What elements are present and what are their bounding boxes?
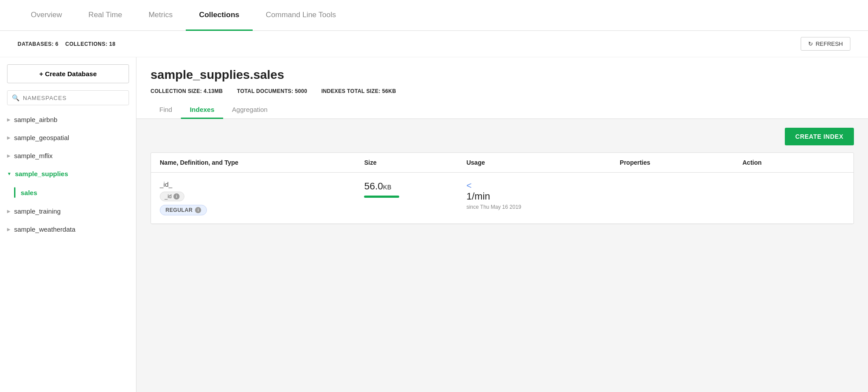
- collection-title: sample_supplies.sales: [151, 68, 854, 82]
- chevron-right-icon: ▶: [7, 227, 11, 232]
- index-definition-badge: _id i: [160, 192, 184, 201]
- col-header-size: Size: [364, 159, 466, 166]
- index-size-col: 56.0KB: [364, 181, 466, 198]
- sidebar-item-sales[interactable]: sales: [14, 183, 136, 202]
- database-list: ▶ sample_airbnb ▶ sample_geospatial ▶ sa…: [0, 111, 136, 392]
- active-indicator: [14, 187, 15, 198]
- db-label: sample_airbnb: [14, 116, 57, 123]
- search-icon: 🔍: [12, 94, 19, 101]
- col-header-usage: Usage: [467, 159, 620, 166]
- db-label: sample_weatherdata: [14, 226, 75, 233]
- refresh-button[interactable]: ↻ REFRESH: [801, 37, 850, 51]
- main-layout: + Create Database 🔍 ▶ sample_airbnb ▶ sa…: [0, 57, 868, 392]
- index-type-text: REGULAR: [166, 207, 192, 213]
- collection-size-meta: COLLECTION SIZE: 4.13MB: [151, 88, 223, 94]
- index-size-display: 56.0KB: [364, 181, 466, 192]
- collection-header: sample_supplies.sales COLLECTION SIZE: 4…: [136, 57, 868, 119]
- table-row: _id_ _id i REGULAR i: [151, 173, 853, 224]
- refresh-icon: ↻: [808, 41, 813, 47]
- namespace-search-box[interactable]: 🔍: [7, 90, 129, 105]
- col-header-properties: Properties: [620, 159, 743, 166]
- tab-realtime[interactable]: Real Time: [75, 0, 136, 31]
- total-docs-meta: TOTAL DOCUMENTS: 5000: [237, 88, 307, 94]
- info-icon[interactable]: i: [195, 207, 201, 213]
- index-table-header: Name, Definition, and Type Size Usage Pr…: [151, 153, 853, 173]
- index-size-value: 56.0: [364, 181, 383, 192]
- tab-overview[interactable]: Overview: [18, 0, 75, 31]
- usage-less-than: <: [467, 181, 620, 191]
- db-label: sample_training: [14, 207, 61, 215]
- collections-label: COLLECTIONS:: [65, 41, 107, 47]
- stats-bar: DATABASES: 6 COLLECTIONS: 18 ↻ REFRESH: [0, 31, 868, 57]
- index-type-badge: REGULAR i: [160, 205, 207, 215]
- create-index-row: CREATE INDEX: [151, 128, 854, 145]
- sidebar-item-sample-airbnb[interactable]: ▶ sample_airbnb: [0, 111, 136, 129]
- databases-label: DATABASES:: [18, 41, 54, 47]
- size-value: 4.13MB: [203, 88, 223, 94]
- db-label: sample_supplies: [15, 170, 68, 178]
- db-label: sample_geospatial: [14, 134, 69, 141]
- size-label: COLLECTION SIZE:: [151, 88, 202, 94]
- sidebar-item-sample-weatherdata[interactable]: ▶ sample_weatherdata: [0, 220, 136, 238]
- sidebar-item-sample-training[interactable]: ▶ sample_training: [0, 202, 136, 220]
- indexes-label: INDEXES TOTAL SIZE:: [321, 88, 380, 94]
- collection-meta: COLLECTION SIZE: 4.13MB TOTAL DOCUMENTS:…: [151, 88, 854, 94]
- docs-label: TOTAL DOCUMENTS:: [237, 88, 293, 94]
- usage-since: since Thu May 16 2019: [467, 204, 620, 210]
- sidebar-item-sample-mflix[interactable]: ▶ sample_mflix: [0, 147, 136, 165]
- tab-collections[interactable]: Collections: [186, 0, 253, 31]
- chevron-down-icon: ▼: [7, 171, 11, 176]
- db-label: sample_mflix: [14, 152, 53, 159]
- index-size-unit: KB: [383, 184, 391, 191]
- refresh-label: REFRESH: [816, 41, 843, 47]
- tab-aggregation[interactable]: Aggregation: [223, 101, 276, 119]
- tab-metrics[interactable]: Metrics: [135, 0, 186, 31]
- tab-indexes[interactable]: Indexes: [181, 101, 223, 119]
- index-def-text: _id: [165, 193, 172, 200]
- col-header-name: Name, Definition, and Type: [160, 159, 364, 166]
- tab-find[interactable]: Find: [151, 101, 181, 119]
- databases-count: 6: [55, 41, 59, 47]
- size-bar: [364, 196, 399, 198]
- chevron-right-icon: ▶: [7, 209, 11, 214]
- sidebar-item-sample-supplies[interactable]: ▼ sample_supplies: [0, 165, 136, 183]
- info-icon[interactable]: i: [173, 193, 180, 200]
- tab-commandline[interactable]: Command Line Tools: [253, 0, 349, 31]
- indexes-value: 56KB: [382, 88, 396, 94]
- sidebar: + Create Database 🔍 ▶ sample_airbnb ▶ sa…: [0, 57, 136, 392]
- index-table: Name, Definition, and Type Size Usage Pr…: [151, 152, 854, 224]
- chevron-right-icon: ▶: [7, 117, 11, 122]
- indexes-area: CREATE INDEX Name, Definition, and Type …: [136, 119, 868, 392]
- indexes-size-meta: INDEXES TOTAL SIZE: 56KB: [321, 88, 396, 94]
- col-header-action: Action: [743, 159, 845, 166]
- collection-label: sales: [21, 189, 37, 196]
- collections-count: 18: [109, 41, 115, 47]
- index-usage-col: < 1/min since Thu May 16 2019: [467, 181, 620, 210]
- docs-value: 5000: [295, 88, 307, 94]
- create-index-button[interactable]: CREATE INDEX: [785, 128, 854, 145]
- index-name: _id_: [160, 181, 364, 188]
- chevron-right-icon: ▶: [7, 153, 11, 158]
- namespace-search-input[interactable]: [23, 95, 124, 101]
- collection-list-sample-supplies: sales: [0, 183, 136, 202]
- sidebar-item-sample-geospatial[interactable]: ▶ sample_geospatial: [0, 129, 136, 147]
- create-database-button[interactable]: + Create Database: [7, 64, 129, 83]
- index-name-col: _id_ _id i REGULAR i: [160, 181, 364, 215]
- usage-rate: 1/min: [467, 191, 620, 202]
- stats-info: DATABASES: 6 COLLECTIONS: 18: [18, 41, 115, 47]
- content-area: sample_supplies.sales COLLECTION SIZE: 4…: [136, 57, 868, 392]
- chevron-right-icon: ▶: [7, 135, 11, 140]
- top-navigation: Overview Real Time Metrics Collections C…: [0, 0, 868, 31]
- collection-tabs: Find Indexes Aggregation: [151, 101, 854, 118]
